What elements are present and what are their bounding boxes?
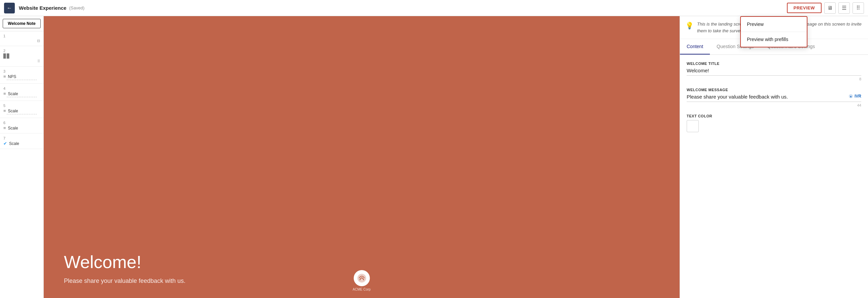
welcome-message-section: WELCOME MESSAGE Please share your valuab… [687, 88, 861, 107]
topbar: ← Website Experience (Saved) PREVIEW 🖥 ☰… [0, 0, 868, 16]
item-3-number: 3 [3, 69, 40, 73]
item-7-label: Scale [9, 141, 19, 146]
sidebar-item-7[interactable]: 7 ✔ Scale [0, 134, 43, 149]
scale-6-icon: ≡ [3, 126, 6, 131]
welcome-message-label: WELCOME MESSAGE [687, 88, 861, 92]
text-color-section: TEXT COLOR [687, 114, 861, 132]
logo-circle [353, 270, 370, 286]
ivr-button[interactable]: ▲ IVR [848, 94, 861, 99]
right-panel: 💡 This is the landing screen for your cu… [680, 16, 868, 298]
preview-dropdown: Preview Preview with prefills [740, 16, 807, 47]
sidebar-item-6[interactable]: 6 ≡ Scale [0, 118, 43, 134]
logo-svg [357, 273, 366, 283]
dropdown-preview-prefills[interactable]: Preview with prefills [741, 32, 807, 47]
ivr-label: IVR [855, 94, 861, 99]
tab-content[interactable]: Content [680, 39, 710, 55]
yesno-icon: ✔ [3, 141, 7, 146]
topbar-actions: PREVIEW 🖥 ☰ ⠿ [787, 2, 864, 14]
survey-logo: ACME Corp [352, 270, 370, 291]
sidebar-item-2[interactable]: 2 ▊▊ ⠿ [0, 46, 43, 67]
sidebar-welcome: Welcome Note [0, 16, 43, 31]
item-3-label: NPS [8, 74, 17, 79]
sidebar-item-3[interactable]: 3 ≡ NPS [0, 67, 43, 84]
panel-body: WELCOME TITLE Welcome! 8 WELCOME MESSAGE… [680, 55, 868, 298]
logic-icon-2: ⠿ [37, 59, 40, 64]
welcome-title-section: WELCOME TITLE Welcome! 8 [687, 62, 861, 81]
bulb-icon: 💡 [685, 22, 694, 30]
item-7-number: 7 [3, 136, 40, 140]
text-color-label: TEXT COLOR [687, 114, 861, 118]
monitor-icon: 🖥 [827, 5, 833, 11]
hierarchy-icon: ⠿ [856, 5, 860, 11]
svg-text:▲: ▲ [849, 95, 852, 98]
dropdown-preview[interactable]: Preview [741, 17, 807, 32]
welcome-note-button[interactable]: Welcome Note [3, 19, 41, 28]
logo-label: ACME Corp [352, 288, 370, 291]
item-6-label: Scale [8, 126, 18, 131]
scale-5-icon: ≡ [3, 108, 6, 113]
welcome-message-value[interactable]: Please share your valuable feedback with… [687, 94, 861, 102]
welcome-title-count: 8 [687, 77, 861, 81]
menu-icon: ☰ [842, 5, 846, 11]
sidebar-item-1[interactable]: 1 ⊟ [0, 31, 43, 46]
item-6-number: 6 [3, 121, 40, 125]
back-button[interactable]: ← [4, 3, 15, 13]
sidebar: Welcome Note 1 ⊟ 2 ▊▊ ⠿ 3 ≡ NPS [0, 16, 44, 298]
main-layout: Welcome Note 1 ⊟ 2 ▊▊ ⠿ 3 ≡ NPS [0, 16, 868, 298]
item-5-number: 5 [3, 104, 40, 108]
survey-preview: Welcome! Please share your valuable feed… [44, 16, 680, 298]
welcome-message-count: 44 [687, 103, 861, 107]
item-4-label: Scale [8, 92, 18, 96]
welcome-title-value[interactable]: Welcome! [687, 68, 861, 76]
preview-button[interactable]: PREVIEW [787, 3, 822, 13]
item-4-number: 4 [3, 87, 40, 91]
monitor-button[interactable]: 🖥 [824, 2, 836, 14]
canvas-area: Welcome! Please share your valuable feed… [44, 16, 680, 298]
back-icon: ← [7, 5, 12, 11]
scale-4-icon: ≡ [3, 91, 6, 96]
item-1-number: 1 [3, 34, 40, 38]
welcome-title-label: WELCOME TITLE [687, 62, 861, 66]
sidebar-item-4[interactable]: 4 ≡ Scale [0, 84, 43, 101]
hierarchy-button[interactable]: ⠿ [852, 2, 864, 14]
nps-icon: ▊▊ [3, 54, 10, 59]
sidebar-item-5[interactable]: 5 ≡ Scale [0, 101, 43, 118]
menu-button[interactable]: ☰ [838, 2, 850, 14]
survey-welcome-title: Welcome! [64, 252, 141, 272]
item-5-label: Scale [8, 109, 18, 113]
logic-icon-1: ⊟ [37, 39, 40, 43]
saved-label: (Saved) [69, 5, 85, 10]
ivr-icon: ▲ [848, 94, 853, 99]
page-title: Website Experience [19, 5, 66, 11]
text-color-swatch[interactable] [687, 120, 699, 132]
scale-3-icon: ≡ [3, 74, 6, 79]
survey-welcome-message: Please share your valuable feedback with… [64, 277, 185, 285]
item-2-number: 2 [3, 49, 40, 53]
